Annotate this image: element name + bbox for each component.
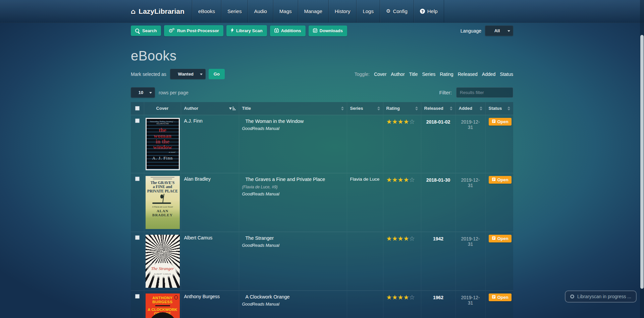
- mark-selected-select[interactable]: Wanted: [170, 69, 206, 79]
- book-cover[interactable]: “Astounding, Thrilling, Amazing” —GILLIA…: [146, 118, 180, 170]
- gear-icon: ⚙: [386, 9, 390, 14]
- released-date: 2018-01-02: [421, 115, 455, 173]
- row-checkbox[interactable]: [135, 119, 140, 123]
- column-header-added[interactable]: Added: [455, 102, 485, 115]
- nav-item-ebooks[interactable]: eBooks: [192, 0, 221, 22]
- run-post-processor-button[interactable]: ⚙⚙ Run Post-Processor: [164, 25, 223, 36]
- book-title-link[interactable]: A Clockwork Orange: [246, 294, 344, 300]
- nav-item-audio[interactable]: Audio: [248, 0, 273, 22]
- nav-item-mags[interactable]: Mags: [273, 0, 298, 22]
- chevron-down-icon: [507, 30, 510, 33]
- nav-item-series[interactable]: Series: [221, 0, 248, 22]
- series-note: (Flavia de Luce, #9): [242, 185, 344, 189]
- source-label: GoodReads Manual: [242, 126, 344, 131]
- rows-per-page-label: rows per page: [159, 90, 189, 95]
- column-header-cover: Cover: [144, 102, 181, 115]
- nav-item-logs[interactable]: Logs: [356, 0, 380, 22]
- status-open-button[interactable]: Open: [489, 235, 512, 242]
- toggle-status[interactable]: Status: [500, 72, 513, 77]
- author-link[interactable]: Anthony Burgess: [184, 294, 220, 299]
- status-open-button[interactable]: Open: [489, 176, 512, 184]
- book-title-link[interactable]: The Woman in the Window: [246, 119, 344, 124]
- toggle-series[interactable]: Series: [422, 72, 436, 77]
- column-header-select: [131, 102, 144, 115]
- status-open-button[interactable]: Open: [489, 118, 512, 126]
- column-header-status[interactable]: Status: [485, 102, 513, 115]
- stars-empty: ☆: [409, 235, 415, 242]
- additions-button[interactable]: Additions: [270, 26, 306, 36]
- search-button[interactable]: Search: [131, 26, 161, 36]
- released-date: 2018-01-30: [421, 173, 455, 232]
- nav-item-config[interactable]: ⚙ Config: [380, 0, 414, 22]
- column-header-rating[interactable]: Rating: [383, 102, 421, 115]
- downloads-button[interactable]: Downloads: [309, 26, 347, 36]
- nav-item-help[interactable]: ? Help: [414, 0, 444, 22]
- language-label: Language: [461, 28, 481, 34]
- author-link[interactable]: Alan Bradley: [184, 176, 211, 182]
- row-checkbox[interactable]: [135, 294, 140, 299]
- stars-filled: ★★★★: [386, 235, 409, 242]
- library-scan-button[interactable]: Library Scan: [226, 25, 267, 36]
- toggle-label: Toggle:: [355, 72, 370, 77]
- select-all-checkbox[interactable]: [135, 106, 140, 110]
- added-date: 2019-12-31: [455, 173, 485, 232]
- column-header-author[interactable]: Author: [181, 102, 239, 115]
- brand-lazylibrarian[interactable]: ⌂ LazyLibrarian: [131, 0, 192, 22]
- stars-empty: ☆: [409, 176, 415, 183]
- status-open-button[interactable]: Open: [489, 293, 512, 301]
- brand-label: LazyLibrarian: [139, 7, 184, 15]
- rating-stars: ★★★★☆: [386, 118, 418, 125]
- column-header-series[interactable]: Series: [347, 102, 383, 115]
- mark-selected-label: Mark selected as: [131, 72, 166, 77]
- book-cover[interactable]: The GRAVE'S a FINE and PRIVATE PLACE A F…: [146, 176, 180, 229]
- author-link[interactable]: A.J. Finn: [184, 118, 203, 124]
- book-title-link[interactable]: The Graves a Fine and Private Place: [246, 177, 344, 182]
- toggle-added[interactable]: Added: [482, 72, 495, 77]
- book-icon: [492, 119, 496, 124]
- libraryscan-toast[interactable]: Libraryscan in progress ...: [565, 290, 637, 303]
- author-link[interactable]: Albert Camus: [184, 235, 213, 240]
- series-link[interactable]: Flavia de Luce: [350, 177, 380, 182]
- column-header-title[interactable]: Title: [239, 102, 347, 115]
- toggle-released[interactable]: Released: [458, 72, 478, 77]
- book-icon: [492, 236, 496, 241]
- column-header-released[interactable]: Released: [421, 102, 455, 115]
- nav-item-manage[interactable]: Manage: [298, 0, 328, 22]
- publisher-logo-icon: [174, 295, 178, 300]
- filter-label: Filter:: [439, 90, 452, 95]
- book-title-link[interactable]: The Stranger: [246, 235, 344, 241]
- sort-icon: [341, 105, 344, 112]
- bolt-icon: [231, 28, 234, 34]
- go-button[interactable]: Go: [209, 69, 225, 79]
- sort-icon: [450, 105, 452, 112]
- toggle-title[interactable]: Title: [409, 72, 418, 77]
- sort-icon: [480, 105, 482, 112]
- rating-stars: ★★★★☆: [386, 235, 418, 242]
- row-checkbox[interactable]: [135, 177, 140, 181]
- scrollbar-thumb[interactable]: [640, 35, 644, 289]
- scrollbar-track[interactable]: [640, 0, 644, 318]
- added-date: 2019-12-31: [455, 232, 485, 290]
- rows-per-page-select[interactable]: 10: [131, 87, 155, 98]
- nav-item-history[interactable]: History: [328, 0, 357, 22]
- stars-empty: ☆: [409, 118, 415, 125]
- language-select[interactable]: All: [485, 26, 513, 36]
- chevron-down-icon: [200, 74, 203, 77]
- book-cover[interactable]: The Stranger ALBERT CAMUS: [146, 235, 180, 288]
- table-row: The GRAVE'S a FINE and PRIVATE PLACE A F…: [131, 173, 513, 232]
- column-toggles: Toggle: Cover Author Title Series Rating…: [355, 72, 513, 77]
- gears-icon: ⚙⚙: [168, 28, 175, 34]
- book-icon: [492, 295, 496, 300]
- results-filter-input[interactable]: [456, 87, 513, 98]
- stars-filled: ★★★★: [386, 118, 409, 125]
- spinner-icon: [570, 294, 574, 299]
- released-date: 1942: [421, 232, 455, 290]
- released-date: 1962: [421, 290, 455, 318]
- rating-stars: ★★★★☆: [386, 293, 418, 301]
- toggle-cover[interactable]: Cover: [374, 72, 386, 77]
- toggle-rating[interactable]: Rating: [440, 72, 453, 77]
- added-date: 2019-12-31: [455, 115, 485, 173]
- row-checkbox[interactable]: [135, 235, 140, 240]
- book-cover[interactable]: ANTHONY BURGESS A CLOCKWORK ORANGE: [146, 293, 180, 318]
- toggle-author[interactable]: Author: [391, 72, 405, 77]
